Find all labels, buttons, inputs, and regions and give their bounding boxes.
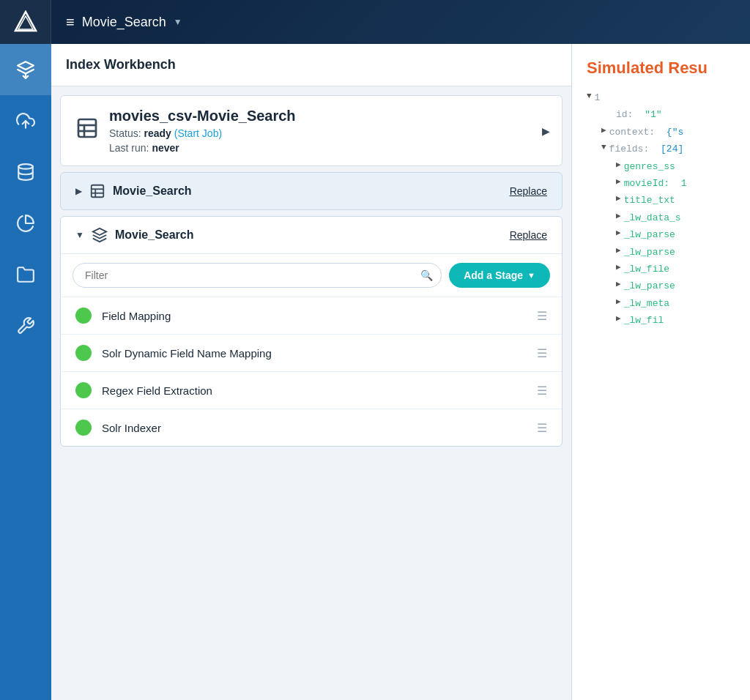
start-job-link[interactable]: (Start Job): [174, 127, 222, 139]
results-tree: ▼ 1 id: "1" ▶ context: {"s: [587, 89, 735, 329]
pipeline-replace-link[interactable]: Replace: [510, 229, 547, 241]
tree-chevron-icon[interactable]: ▶: [616, 158, 621, 173]
svg-rect-5: [78, 119, 96, 137]
connector-last-run: Last run: never: [109, 142, 547, 154]
layers-down-icon: [16, 60, 35, 79]
sidebar: [0, 44, 51, 700]
tree-expand-val: {"s: [667, 124, 683, 141]
add-stage-label: Add a Stage: [464, 269, 523, 281]
pipeline-chevron-icon[interactable]: ▼: [75, 230, 84, 240]
last-run-label: Last run:: [109, 142, 149, 154]
stage-item-solr-dynamic[interactable]: Solr Dynamic Field Name Mapping ☰: [61, 335, 562, 372]
tree-node-context[interactable]: ▶ context: {"s: [587, 124, 735, 141]
sidebar-item-database[interactable]: [0, 146, 51, 198]
tree-chevron-icon[interactable]: ▶: [616, 175, 621, 190]
upload-icon: [16, 111, 35, 130]
tree-key: 1: [595, 89, 601, 106]
connector-db-icon: [75, 116, 99, 145]
svg-point-4: [18, 164, 33, 169]
tree-node-1[interactable]: ▼ 1: [587, 89, 735, 106]
add-stage-button[interactable]: Add a Stage ▼: [449, 263, 550, 288]
tree-val: "1": [645, 106, 661, 123]
connector-status: Status: ready (Start Job): [109, 127, 547, 139]
main-layout: Index Workbench movies_csv-Movie_Search …: [0, 44, 750, 700]
index-replace-link[interactable]: Replace: [510, 185, 547, 197]
drag-handle-icon[interactable]: ☰: [537, 384, 547, 398]
index-db-icon: [89, 183, 105, 199]
logo-icon: [14, 10, 37, 34]
tree-chevron-icon[interactable]: ▶: [616, 244, 621, 258]
tree-key: _lw_meta: [624, 295, 669, 312]
tree-chevron-icon[interactable]: ▼: [601, 141, 606, 155]
sidebar-item-chart[interactable]: [0, 198, 51, 249]
wrench-icon: [16, 316, 35, 335]
drag-handle-icon[interactable]: ☰: [537, 309, 547, 323]
tree-node-id: id: "1": [587, 106, 735, 123]
tree-key: _lw_fil: [624, 312, 664, 329]
app-title[interactable]: ≡ Movie_Search ▼: [51, 14, 197, 31]
stage-name: Solr Indexer: [102, 422, 527, 434]
tree-node-lw-parse2[interactable]: ▶ _lw_parse: [587, 244, 735, 261]
stage-item-regex[interactable]: Regex Field Extraction ☰: [61, 372, 562, 409]
drag-handle-icon[interactable]: ☰: [537, 421, 547, 435]
filter-input[interactable]: [73, 263, 442, 288]
tree-node-fields[interactable]: ▼ fields: [24]: [587, 141, 735, 157]
tree-chevron-icon[interactable]: ▶: [616, 192, 621, 206]
tree-chevron-icon[interactable]: ▶: [616, 261, 621, 275]
tree-node-lw-data[interactable]: ▶ _lw_data_s: [587, 209, 735, 226]
chevron-down-icon[interactable]: ▼: [174, 17, 182, 27]
connector-name: movies_csv-Movie_Search: [109, 108, 547, 124]
search-icon: 🔍: [420, 269, 433, 281]
results-title: Simulated Resu: [587, 59, 735, 78]
top-nav: ≡ Movie_Search ▼: [0, 0, 750, 44]
tree-node-title[interactable]: ▶ title_txt: [587, 192, 735, 209]
panel-header: Index Workbench: [51, 44, 571, 86]
tree-node-lw-file[interactable]: ▶ _lw_file: [587, 261, 735, 278]
status-label: Status:: [109, 127, 141, 139]
stage-status-dot: [75, 345, 92, 361]
filter-row: 🔍 Add a Stage ▼: [61, 254, 562, 297]
database-icon: [16, 163, 35, 182]
folder-icon: [16, 265, 35, 284]
stage-name: Regex Field Extraction: [102, 384, 527, 397]
pipeline-layers-icon: [92, 227, 108, 243]
sidebar-item-layers[interactable]: [0, 44, 51, 95]
stage-name: Field Mapping: [102, 310, 527, 322]
tree-key: title_txt: [624, 192, 675, 209]
connector-arrow-icon[interactable]: ▶: [542, 125, 550, 137]
stage-name: Solr Dynamic Field Name Mapping: [102, 347, 527, 360]
tree-chevron-icon[interactable]: ▶: [616, 295, 621, 310]
stage-item-field-mapping[interactable]: Field Mapping ☰: [61, 297, 562, 335]
tree-node-lw-fil[interactable]: ▶ _lw_fil: [587, 312, 735, 329]
stage-item-solr-indexer[interactable]: Solr Indexer ☰: [61, 409, 562, 446]
tree-key: genres_ss: [624, 158, 675, 175]
title-text: Movie_Search: [82, 15, 166, 30]
stage-status-dot: [75, 308, 92, 324]
tree-chevron-icon[interactable]: ▶: [601, 124, 606, 138]
sidebar-item-upload[interactable]: [0, 95, 51, 146]
stage-status-dot: [75, 382, 92, 398]
tree-node-genres[interactable]: ▶ genres_ss: [587, 158, 735, 175]
stages-list: Field Mapping ☰ Solr Dynamic Field Name …: [61, 297, 562, 446]
tree-key: _lw_data_s: [624, 209, 681, 226]
tree-node-lw-parse3[interactable]: ▶ _lw_parse: [587, 278, 735, 294]
logo[interactable]: [0, 0, 51, 44]
pipeline-section: ▼ Movie_Search Replace 🔍: [60, 216, 562, 447]
tree-expand-val: [24]: [661, 141, 683, 157]
tree-chevron-icon[interactable]: ▶: [616, 209, 621, 224]
drag-handle-icon[interactable]: ☰: [537, 346, 547, 360]
tree-node-lw-meta[interactable]: ▶ _lw_meta: [587, 295, 735, 312]
tree-key: id:: [616, 106, 633, 123]
tree-chevron-icon[interactable]: ▶: [616, 226, 621, 241]
tree-chevron-icon[interactable]: ▼: [587, 89, 592, 104]
chart-icon: [16, 214, 35, 233]
pipeline-name: Movie_Search: [115, 228, 502, 242]
tree-node-lw-parse1[interactable]: ▶ _lw_parse: [587, 226, 735, 243]
tree-chevron-icon[interactable]: ▶: [616, 312, 621, 327]
add-stage-chevron-icon: ▼: [527, 271, 535, 280]
sidebar-item-settings[interactable]: [0, 300, 51, 351]
sidebar-item-folder[interactable]: [0, 249, 51, 300]
tree-chevron-icon[interactable]: ▶: [616, 278, 621, 292]
doc-icon: ≡: [66, 14, 75, 31]
tree-node-movieid[interactable]: ▶ movieId: 1: [587, 175, 735, 192]
